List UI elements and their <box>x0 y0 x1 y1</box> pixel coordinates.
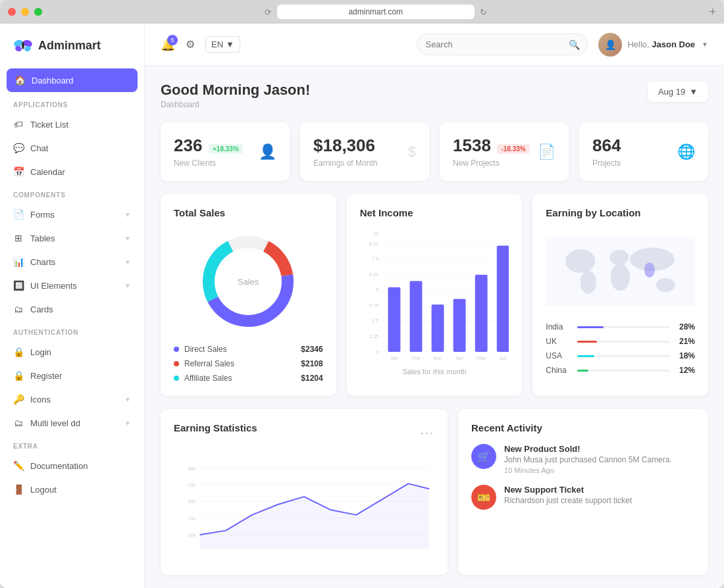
sidebar-item-label: Cards <box>30 305 53 314</box>
user-name: Jason Doe <box>652 39 695 49</box>
location-bar-wrap <box>577 355 670 357</box>
location-item-india: India 28% <box>546 322 695 331</box>
chevron-down-icon: ▼ <box>124 211 131 218</box>
calendar-icon: 📅 <box>13 166 24 177</box>
sidebar-item-ticket-list[interactable]: 🏷 Ticket List <box>0 112 144 136</box>
location-name: China <box>546 366 572 375</box>
date-picker[interactable]: Aug 19 ▼ <box>648 82 708 102</box>
sidebar-item-tables[interactable]: ⊞ Tables ▼ <box>0 226 144 250</box>
sidebar-item-logout[interactable]: 🚪 Logout <box>0 478 144 501</box>
sidebar-item-label: UI Elements <box>30 281 77 291</box>
user-chevron-icon: ▼ <box>702 41 708 48</box>
sidebar-section-components: COMPONENTS <box>0 184 144 203</box>
ui-elements-icon: 🔲 <box>13 280 24 291</box>
user-menu[interactable]: 👤 Hello, Jason Doe ▼ <box>598 33 708 57</box>
svg-point-41 <box>581 270 596 294</box>
sidebar-section-authentication: AUTHENTICATION <box>0 321 144 340</box>
sidebar-item-login[interactable]: 🔒 Login <box>0 340 144 364</box>
location-bar-wrap <box>577 341 670 343</box>
svg-text:25k: 25k <box>188 483 196 488</box>
svg-text:3.75: 3.75 <box>369 303 378 308</box>
sidebar-item-charts[interactable]: 📊 Charts ▼ <box>0 250 144 274</box>
sidebar-item-label: Chat <box>30 143 48 153</box>
sidebar-section-applications: APPLICATIONS <box>0 93 144 112</box>
svg-rect-31 <box>475 275 487 352</box>
sidebar-item-dashboard[interactable]: 🏠 Dashboard <box>7 68 138 92</box>
sidebar-item-ui-elements[interactable]: 🔲 UI Elements ▼ <box>0 274 144 297</box>
globe-icon: 🌐 <box>677 143 695 160</box>
sidebar-item-multi-level[interactable]: 🗂 Multi level dd ▼ <box>0 411 144 435</box>
sidebar-item-icons[interactable]: 🔑 Icons ▼ <box>0 387 144 411</box>
browser-minimize-dot[interactable] <box>21 8 29 16</box>
legend-label-referral: Referral Sales <box>184 359 234 368</box>
date-chevron-icon: ▼ <box>689 87 698 97</box>
more-options-button[interactable]: ··· <box>421 426 434 440</box>
sidebar-item-forms[interactable]: 📄 Forms ▼ <box>0 203 144 226</box>
svg-point-40 <box>565 249 595 273</box>
browser-addressbar: ⟳ adminmart.com ↻ <box>87 5 664 19</box>
sidebar-item-label: Calendar <box>30 167 65 177</box>
svg-text:10: 10 <box>373 231 378 237</box>
page-title-wrap: Good Morning Jason! Dashboard <box>161 82 310 109</box>
sidebar-section-extra: EXTRA <box>0 435 144 454</box>
svg-text:Feb: Feb <box>411 355 420 360</box>
legend-dot-referral <box>174 361 179 366</box>
svg-point-46 <box>656 278 675 292</box>
svg-point-4 <box>22 41 24 49</box>
stat-card-total-projects: 864 Projects 🌐 <box>579 122 708 181</box>
stat-value-row: $18,306 <box>313 135 416 156</box>
icons-icon: 🔑 <box>13 394 24 404</box>
svg-text:Jan: Jan <box>390 355 398 360</box>
location-bar-wrap <box>577 326 670 328</box>
tables-icon: ⊞ <box>13 233 24 243</box>
activity-time: 10 Minutes Ago <box>504 466 672 474</box>
net-income-card: Net Income 0 1.25 2.5 3.75 5 6.25 7.5 8.… <box>347 194 523 396</box>
sidebar-item-label: Forms <box>30 210 55 220</box>
svg-rect-27 <box>388 287 400 352</box>
svg-text:Sales: Sales <box>238 277 259 287</box>
browser-close-dot[interactable] <box>8 8 16 16</box>
chevron-down-icon: ▼ <box>124 258 131 266</box>
sidebar-item-calendar[interactable]: 📅 Calendar <box>0 160 144 184</box>
stat-card-clients: 236 +18.33% New Clients 👤 <box>161 122 290 181</box>
chevron-down-icon: ▼ <box>124 420 131 427</box>
browser-maximize-dot[interactable] <box>34 8 42 16</box>
forms-icon: 📄 <box>13 209 24 220</box>
page-content: Good Morning Jason! Dashboard Aug 19 ▼ 2… <box>145 66 724 588</box>
logo-icon <box>13 36 33 55</box>
legend-label-direct: Direct Sales <box>184 345 227 354</box>
main-content: 🔔 5 ⚙ EN ▼ 🔍 👤 Hello, <box>145 24 724 588</box>
activity-desc: Richardson just create support ticket <box>504 496 632 505</box>
total-sales-card: Total Sales Sales <box>161 194 336 396</box>
location-item-china: China 12% <box>546 366 695 375</box>
browser-titlebar: ⟳ adminmart.com ↻ + <box>0 0 724 24</box>
activity-item-product-sold: 🛒 New Product Sold! John Musa just purch… <box>471 444 695 474</box>
chat-icon: 💬 <box>13 143 24 153</box>
sidebar-item-chat[interactable]: 💬 Chat <box>0 136 144 160</box>
language-selector[interactable]: EN ▼ <box>205 36 240 53</box>
world-map-svg <box>546 229 695 314</box>
topbar-search: 🔍 <box>417 34 588 55</box>
line-chart: 30k 25k 20k 15k 10k <box>174 454 434 560</box>
browser-url[interactable]: adminmart.com <box>277 5 475 19</box>
multilevel-icon: 🗂 <box>13 418 24 428</box>
sidebar-item-register[interactable]: 🔒 Register <box>0 364 144 387</box>
legend-dot-direct <box>174 347 179 352</box>
sidebar-item-documentation[interactable]: ✏️ Documentation <box>0 454 144 478</box>
browser-new-tab[interactable]: + <box>709 5 716 19</box>
earnings-icon: $ <box>408 143 416 160</box>
svg-text:0: 0 <box>376 349 378 355</box>
svg-text:6.25: 6.25 <box>369 272 378 278</box>
search-input[interactable] <box>417 34 588 55</box>
svg-text:7.5: 7.5 <box>371 256 378 262</box>
svg-text:8.75: 8.75 <box>369 241 378 247</box>
sidebar-item-label: Documentation <box>30 461 88 471</box>
bottom-row: Earning Statistics ··· 30k <box>161 409 708 575</box>
chart-title: Net Income <box>360 207 509 218</box>
date-value: Aug 19 <box>658 87 685 97</box>
notification-bell[interactable]: 🔔 5 <box>161 37 175 52</box>
ticket-icon: 🏷 <box>13 119 24 130</box>
settings-gear-icon[interactable]: ⚙ <box>186 38 195 51</box>
sidebar-item-cards[interactable]: 🗂 Cards <box>0 297 144 321</box>
page-header: Good Morning Jason! Dashboard Aug 19 ▼ <box>161 82 708 109</box>
